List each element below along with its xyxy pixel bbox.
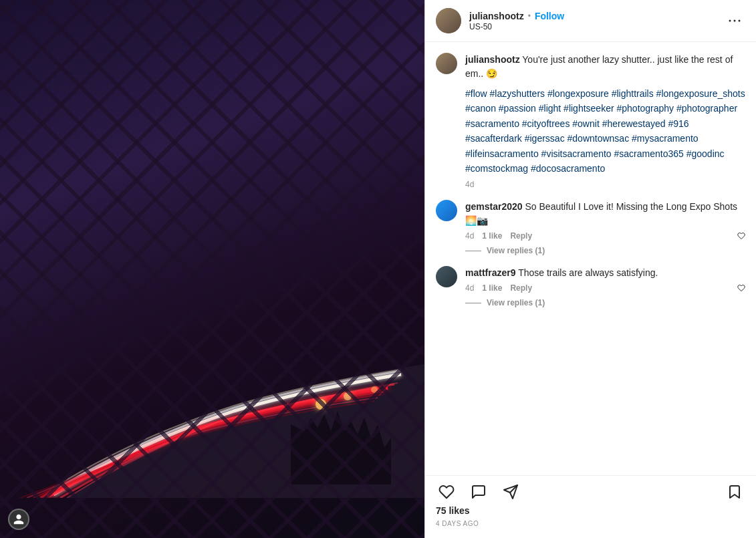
comment-1-heart-button[interactable] xyxy=(737,232,745,240)
comment-2-time: 4d xyxy=(465,283,474,293)
comment-2-likes: 1 like xyxy=(482,283,502,293)
comment-2-body: Those trails are always satisfying. xyxy=(518,267,658,278)
photo-user-badge xyxy=(8,509,29,530)
share-button[interactable] xyxy=(500,481,521,503)
likes-count: 75 likes xyxy=(436,503,745,519)
comment-1-username[interactable]: gemstar2020 xyxy=(465,201,523,212)
comment-1-reply-button[interactable]: Reply xyxy=(510,231,532,241)
comment-1: gemstar2020 So Beautiful I Love it! Miss… xyxy=(436,200,745,255)
comment-2-text: mattfrazer9 Those trails are always sati… xyxy=(465,266,745,280)
post-header: julianshootz • Follow US-50 xyxy=(425,0,756,42)
caption-block: julianshootz You're just another lazy sh… xyxy=(436,53,745,189)
bookmark-button[interactable] xyxy=(724,481,745,503)
post-image xyxy=(0,0,424,538)
comment-2-content: mattfrazer9 Those trails are always sati… xyxy=(465,266,745,307)
actions-bar: 75 likes 4 DAYS AGO xyxy=(425,475,756,538)
comment-2-username[interactable]: mattfrazer9 xyxy=(465,267,515,278)
view-replies-line xyxy=(465,251,481,251)
action-icons xyxy=(436,481,745,503)
comment-2-meta: 4d 1 like Reply xyxy=(465,283,745,293)
svg-point-5 xyxy=(739,20,741,22)
comment-1-meta: 4d 1 like Reply xyxy=(465,231,745,241)
comment-1-content: gemstar2020 So Beautiful I Love it! Miss… xyxy=(465,200,745,255)
follow-button[interactable]: Follow xyxy=(535,11,564,21)
more-options-button[interactable] xyxy=(724,10,745,31)
svg-point-4 xyxy=(734,20,736,22)
like-button[interactable] xyxy=(436,481,457,503)
view-replies-line-2 xyxy=(465,303,481,303)
comment-button[interactable] xyxy=(468,481,489,503)
caption-hashtags: #flow #lazyshutters #longexposure #light… xyxy=(465,86,745,176)
comment-1-time: 4d xyxy=(465,231,474,241)
caption-content: julianshootz You're just another lazy sh… xyxy=(465,53,745,189)
view-replies-text-2: View replies (1) xyxy=(487,298,545,307)
svg-point-3 xyxy=(729,20,731,22)
dot-separator: • xyxy=(528,11,531,21)
comment-1-likes: 1 like xyxy=(482,231,502,241)
caption-avatar[interactable] xyxy=(436,53,457,74)
comment-1-text: gemstar2020 So Beautiful I Love it! Miss… xyxy=(465,200,745,228)
right-panel: julianshootz • Follow US-50 julianshootz… xyxy=(424,0,756,538)
fence-overlay xyxy=(0,0,424,538)
comments-area[interactable]: julianshootz You're just another lazy sh… xyxy=(425,42,756,475)
poster-username[interactable]: julianshootz xyxy=(469,11,524,21)
view-replies-text: View replies (1) xyxy=(487,246,545,255)
caption-text: julianshootz You're just another lazy sh… xyxy=(465,53,745,81)
days-ago: 4 DAYS AGO xyxy=(436,519,745,533)
header-info: julianshootz • Follow US-50 xyxy=(469,11,724,31)
caption-username[interactable]: julianshootz xyxy=(465,54,520,65)
caption-time: 4d xyxy=(465,180,745,189)
comment-2-view-replies[interactable]: View replies (1) xyxy=(465,298,745,307)
comment-1-avatar[interactable] xyxy=(436,200,457,221)
comment-1-view-replies[interactable]: View replies (1) xyxy=(465,246,745,255)
comment-2: mattfrazer9 Those trails are always sati… xyxy=(436,266,745,307)
poster-avatar[interactable] xyxy=(436,8,461,33)
comment-2-reply-button[interactable]: Reply xyxy=(510,283,532,293)
post-location: US-50 xyxy=(469,22,724,31)
comment-2-avatar[interactable] xyxy=(436,266,457,287)
comment-2-heart-button[interactable] xyxy=(737,284,745,292)
